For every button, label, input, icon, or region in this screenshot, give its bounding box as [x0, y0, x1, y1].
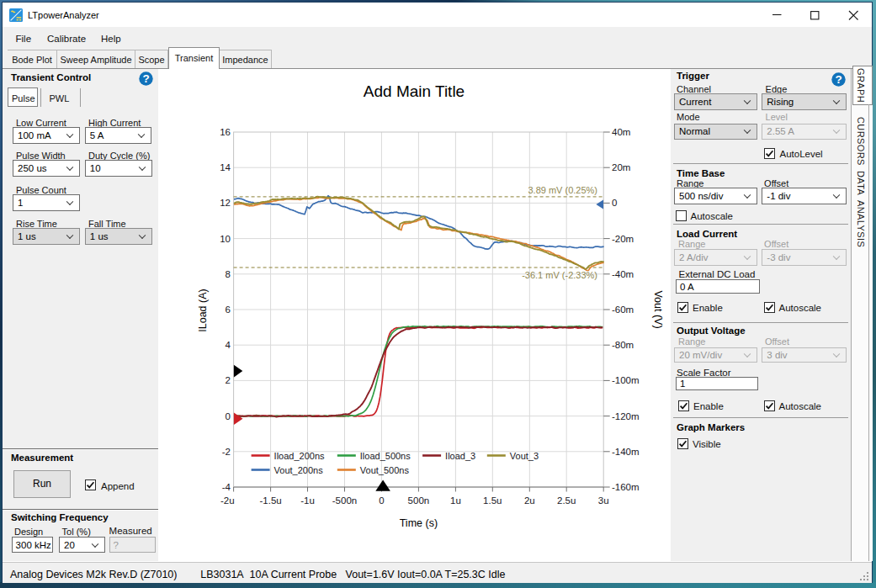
svg-text:-160m: -160m	[612, 482, 640, 492]
svg-text:?: ?	[835, 72, 841, 85]
svg-text:Iload_200ns: Iload_200ns	[274, 451, 325, 461]
svg-text:-80m: -80m	[612, 340, 634, 350]
svg-text:-40m: -40m	[612, 269, 634, 279]
svg-text:-120m: -120m	[612, 411, 640, 421]
svg-text:6: 6	[226, 305, 231, 315]
svg-text:500n: 500n	[408, 495, 430, 506]
svg-text:-20m: -20m	[612, 234, 634, 244]
svg-text:40m: 40m	[612, 127, 630, 137]
svg-text:Vout_3: Vout_3	[510, 451, 539, 461]
svg-text:2: 2	[226, 375, 231, 385]
svg-text:-1.5u: -1.5u	[259, 495, 281, 506]
svg-text:-1u: -1u	[300, 495, 315, 506]
svg-text:Vout (V): Vout (V)	[652, 290, 664, 328]
svg-text:8: 8	[226, 269, 231, 279]
svg-text:-500n: -500n	[332, 495, 357, 506]
svg-text:4: 4	[226, 340, 231, 350]
svg-text:-2u: -2u	[220, 495, 235, 506]
svg-text:?: ?	[142, 72, 149, 85]
svg-text:-100m: -100m	[612, 375, 640, 385]
svg-text:3.89 mV (0.25%): 3.89 mV (0.25%)	[528, 185, 597, 195]
svg-text:10: 10	[220, 234, 231, 244]
svg-text:2u: 2u	[524, 495, 535, 506]
svg-text:12: 12	[220, 198, 231, 208]
svg-text:2.5u: 2.5u	[557, 495, 576, 506]
svg-text:3u: 3u	[598, 495, 609, 506]
svg-text:1.5u: 1.5u	[483, 495, 502, 506]
svg-text:Iload_3: Iload_3	[445, 451, 475, 461]
svg-text:0: 0	[612, 198, 617, 208]
svg-text:20m: 20m	[612, 162, 630, 172]
svg-text:-140m: -140m	[612, 447, 640, 457]
svg-text:0: 0	[379, 495, 384, 506]
svg-text:ILoad (A): ILoad (A)	[197, 289, 209, 331]
svg-text:1u: 1u	[450, 495, 461, 506]
svg-text:-60m: -60m	[612, 305, 634, 315]
svg-text:Time (s): Time (s)	[400, 517, 438, 529]
svg-text:-36.1 mV (-2.33%): -36.1 mV (-2.33%)	[522, 270, 597, 280]
svg-text:Vout_500ns: Vout_500ns	[360, 465, 410, 475]
svg-text:0: 0	[226, 411, 231, 421]
svg-text:Iload_500ns: Iload_500ns	[360, 451, 411, 461]
svg-text:16: 16	[220, 127, 231, 137]
svg-text:14: 14	[220, 162, 231, 172]
svg-text:-2: -2	[222, 447, 231, 457]
svg-text:-4: -4	[222, 482, 231, 492]
svg-text:Vout_200ns: Vout_200ns	[274, 465, 324, 475]
